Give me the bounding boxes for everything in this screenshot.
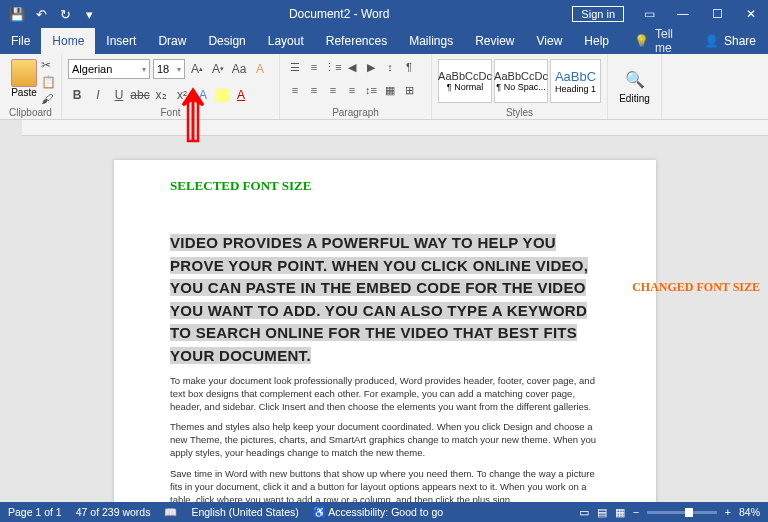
- word-count[interactable]: 47 of 239 words: [76, 506, 151, 518]
- sort-icon[interactable]: ↕: [381, 59, 399, 75]
- style-name: Heading 1: [555, 84, 596, 94]
- page-count[interactable]: Page 1 of 1: [8, 506, 62, 518]
- borders-icon[interactable]: ⊞: [400, 82, 418, 98]
- zoom-level[interactable]: 84%: [739, 506, 760, 518]
- decrease-indent-icon[interactable]: ◀: [343, 59, 361, 75]
- tab-layout[interactable]: Layout: [257, 28, 315, 54]
- close-icon[interactable]: ✕: [734, 0, 768, 28]
- minimize-icon[interactable]: —: [666, 0, 700, 28]
- tab-draw[interactable]: Draw: [147, 28, 197, 54]
- save-icon[interactable]: 💾: [6, 3, 28, 25]
- font-size-value: 18: [157, 63, 169, 75]
- editing-label: Editing: [619, 93, 650, 104]
- cut-icon[interactable]: ✂: [41, 58, 57, 72]
- tell-me-search[interactable]: 💡 Tell me: [620, 27, 692, 55]
- change-case-icon[interactable]: Aa: [230, 60, 248, 78]
- paste-label: Paste: [11, 87, 37, 98]
- font-color-icon[interactable]: A: [232, 86, 250, 104]
- shading-icon[interactable]: ▦: [381, 82, 399, 98]
- justify-icon[interactable]: ≡: [343, 82, 361, 98]
- paste-button[interactable]: Paste: [6, 56, 42, 98]
- document-paragraph[interactable]: To make your document look professionall…: [170, 375, 600, 413]
- redo-icon[interactable]: ↻: [54, 3, 76, 25]
- tab-view[interactable]: View: [526, 28, 574, 54]
- document-paragraph[interactable]: Save time in Word with new buttons that …: [170, 468, 600, 502]
- tab-file[interactable]: File: [0, 28, 41, 54]
- style-name: ¶ Normal: [447, 82, 483, 92]
- line-spacing-icon[interactable]: ↕≡: [362, 82, 380, 98]
- font-name-input[interactable]: Algerian▾: [68, 59, 150, 79]
- tab-design[interactable]: Design: [197, 28, 256, 54]
- style-no-spacing[interactable]: AaBbCcDc ¶ No Spac...: [494, 59, 548, 103]
- undo-icon[interactable]: ↶: [30, 3, 52, 25]
- style-preview: AaBbCcDc: [494, 70, 548, 82]
- shrink-font-icon[interactable]: A▾: [209, 60, 227, 78]
- style-preview: AaBbC: [555, 69, 596, 84]
- selected-text: Video provides a powerful way to help yo…: [170, 234, 588, 364]
- group-title: Clipboard: [0, 107, 61, 118]
- format-painter-icon[interactable]: 🖌: [41, 92, 57, 106]
- clipboard-icon: [11, 59, 37, 87]
- group-styles: AaBbCcDc ¶ Normal AaBbCcDc ¶ No Spac... …: [432, 54, 608, 119]
- numbering-icon[interactable]: ≡: [305, 59, 323, 75]
- tab-help[interactable]: Help: [573, 28, 620, 54]
- group-editing: 🔍 Editing: [608, 54, 662, 119]
- page[interactable]: SELECTED FONT SIZE Video provides a powe…: [114, 160, 656, 502]
- group-title: Paragraph: [280, 107, 431, 118]
- share-button[interactable]: 👤 Share: [692, 34, 768, 48]
- status-bar: Page 1 of 1 47 of 239 words 📖 English (U…: [0, 502, 768, 522]
- language[interactable]: English (United States): [191, 506, 298, 518]
- multilevel-icon[interactable]: ⋮≡: [324, 59, 342, 75]
- view-read-icon[interactable]: ▭: [579, 506, 589, 518]
- annotation-top: SELECTED FONT SIZE: [170, 178, 600, 194]
- annotation-side: CHANGED FONT SIZE: [632, 280, 760, 295]
- document-area: SELECTED FONT SIZE Video provides a powe…: [0, 120, 768, 502]
- clear-format-icon[interactable]: A: [251, 60, 269, 78]
- tab-insert[interactable]: Insert: [95, 28, 147, 54]
- bullets-icon[interactable]: ☰: [286, 59, 304, 75]
- highlight-icon[interactable]: [215, 89, 229, 102]
- accessibility[interactable]: ♿ Accessibility: Good to go: [313, 506, 443, 519]
- font-name-value: Algerian: [72, 63, 112, 75]
- tab-review[interactable]: Review: [464, 28, 525, 54]
- tab-mailings[interactable]: Mailings: [398, 28, 464, 54]
- maximize-icon[interactable]: ☐: [700, 0, 734, 28]
- group-title: Styles: [432, 107, 607, 118]
- align-right-icon[interactable]: ≡: [324, 82, 342, 98]
- style-normal[interactable]: AaBbCcDc ¶ Normal: [438, 59, 492, 103]
- subscript-button[interactable]: x₂: [152, 86, 170, 104]
- document-paragraph[interactable]: Themes and styles also help keep your do…: [170, 421, 600, 459]
- align-left-icon[interactable]: ≡: [286, 82, 304, 98]
- qat-more-icon[interactable]: ▾: [78, 3, 100, 25]
- sign-in-button[interactable]: Sign in: [572, 6, 624, 22]
- align-center-icon[interactable]: ≡: [305, 82, 323, 98]
- ribbon-options-icon[interactable]: ▭: [632, 0, 666, 28]
- style-heading1[interactable]: AaBbC Heading 1: [550, 59, 601, 103]
- window-title: Document2 - Word: [106, 7, 572, 21]
- underline-button[interactable]: U: [110, 86, 128, 104]
- show-marks-icon[interactable]: ¶: [400, 59, 418, 75]
- spell-check-icon[interactable]: 📖: [164, 506, 177, 519]
- view-print-icon[interactable]: ▤: [597, 506, 607, 518]
- title-bar: 💾 ↶ ↻ ▾ Document2 - Word Sign in ▭ — ☐ ✕: [0, 0, 768, 28]
- bold-button[interactable]: B: [68, 86, 86, 104]
- document-large-text[interactable]: Video provides a powerful way to help yo…: [170, 232, 600, 367]
- view-web-icon[interactable]: ▦: [615, 506, 625, 518]
- grow-font-icon[interactable]: A▴: [188, 60, 206, 78]
- tab-home[interactable]: Home: [41, 28, 95, 54]
- zoom-slider[interactable]: [647, 511, 717, 514]
- lightbulb-icon: 💡: [634, 34, 649, 48]
- strikethrough-button[interactable]: abc: [131, 86, 149, 104]
- tell-me-label: Tell me: [655, 27, 692, 55]
- text-effects-icon[interactable]: A: [194, 86, 212, 104]
- increase-indent-icon[interactable]: ▶: [362, 59, 380, 75]
- tab-references[interactable]: References: [315, 28, 398, 54]
- font-size-input[interactable]: 18▾: [153, 59, 185, 79]
- superscript-button[interactable]: x²: [173, 86, 191, 104]
- quick-access-toolbar: 💾 ↶ ↻ ▾: [0, 3, 106, 25]
- find-icon[interactable]: 🔍: [625, 70, 645, 89]
- copy-icon[interactable]: 📋: [41, 75, 57, 89]
- zoom-out-icon[interactable]: −: [633, 506, 639, 518]
- italic-button[interactable]: I: [89, 86, 107, 104]
- zoom-in-icon[interactable]: +: [725, 506, 731, 518]
